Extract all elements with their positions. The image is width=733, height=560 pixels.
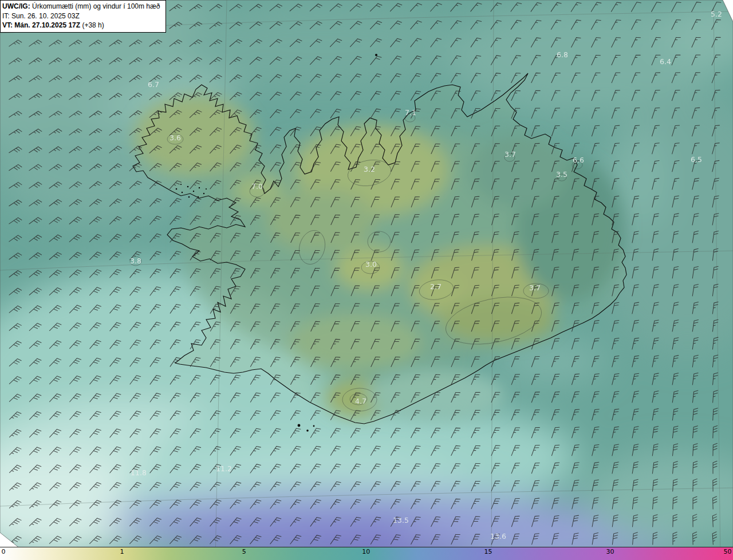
precip-max-label: 7.0	[251, 182, 263, 191]
precip-max-label: 11.2	[216, 464, 232, 473]
precip-max-label: 3.7	[529, 283, 541, 292]
precip-max-label: 3.8	[130, 257, 141, 265]
product-title-line: UWC/IG: Úrkomumætti (mm) og vindur í 100…	[2, 2, 160, 11]
valid-time-line: VT: Mán. 27.10.2025 17Z (+38 h)	[2, 21, 160, 30]
precip-max-label: 6.6	[573, 156, 584, 164]
init-time-line: IT: Sun. 26. 10. 2025 03Z	[2, 11, 160, 21]
precip-max-label: 7.1	[405, 108, 416, 117]
precip-max-label: 6.8	[557, 50, 568, 59]
precip-max-label: 3.2	[364, 165, 375, 173]
precip-max-label: 3.6	[170, 133, 181, 142]
precip-max-label: 13.6	[490, 532, 506, 541]
colorbar-tick-0: 0	[2, 548, 6, 555]
precip-max-label: 3.0	[365, 260, 377, 269]
colorbar-tick-15: 15	[484, 548, 492, 555]
precip-max-label: 3.5	[556, 170, 568, 179]
colorbar-tick-30: 30	[606, 548, 614, 555]
product-title: Úrkomumætti (mm) og vindur í 100m hæð	[30, 2, 160, 10]
precip-max-label: 5.2	[711, 10, 722, 18]
precip-field-layer: 6.73.67.03.27.13.76.63.56.86.46.55.23.83…	[0, 0, 733, 560]
precip-max-label: 4.7	[355, 397, 366, 405]
precip-colorbar: 01510153050	[0, 547, 733, 560]
weather-map-stage: 6.73.67.03.27.13.76.63.56.86.46.55.23.83…	[0, 0, 733, 560]
precip-max-label: 11.8	[131, 468, 147, 477]
forecast-info-box: UWC/IG: Úrkomumætti (mm) og vindur í 100…	[0, 0, 166, 33]
precip-max-label: 6.5	[691, 155, 702, 164]
precip-max-label: 13.5	[393, 516, 409, 524]
product-source-label: UWC/IG:	[2, 2, 30, 10]
map-canvas: 6.73.67.03.27.13.76.63.56.86.46.55.23.83…	[0, 0, 733, 560]
precip-max-label: 6.7	[148, 80, 159, 89]
colorbar-tick-50: 50	[723, 548, 731, 555]
precip-max-label: 3.7	[505, 150, 516, 159]
precip-max-label: 6.4	[660, 57, 671, 66]
colorbar-tick-1: 1	[120, 548, 124, 555]
lead-time: (+38 h)	[80, 21, 104, 29]
colorbar-tick-10: 10	[362, 548, 370, 555]
valid-time: VT: Mán. 27.10.2025 17Z	[2, 21, 80, 29]
precip-max-label: 2.7	[430, 282, 442, 291]
colorbar-tick-5: 5	[242, 548, 246, 555]
